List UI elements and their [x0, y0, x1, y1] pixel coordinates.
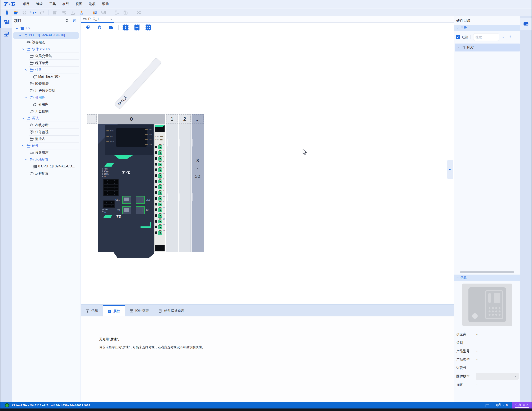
device-canvas[interactable]: CPU_1 012... RUNINFERR GE1GE2GE3GE4	[81, 32, 454, 304]
chevron-down-icon[interactable]	[15, 27, 19, 30]
fit-vertical-button[interactable]	[123, 25, 128, 30]
hardware-catalog-tab[interactable]	[520, 18, 532, 30]
tree-item-8[interactable]: IO映射表	[12, 80, 80, 87]
chevron-down-icon[interactable]	[18, 33, 22, 37]
menu-2[interactable]: 编辑	[33, 2, 46, 6]
device-configuration-button[interactable]	[91, 10, 98, 16]
caret-down-icon[interactable]	[35, 12, 37, 13]
download-to-device-button[interactable]	[69, 10, 76, 16]
slot-2-empty-bay[interactable]	[179, 124, 191, 252]
tree-item-19[interactable]: 本地配置	[12, 156, 80, 163]
window-bottom-edge	[0, 409, 532, 411]
tree-item-1[interactable]: PLC_1[T324-XE-CD-10]	[12, 32, 80, 39]
chevron-down-icon[interactable]	[21, 116, 25, 120]
chevron-right-icon[interactable]	[456, 46, 460, 49]
chevron-down-icon[interactable]	[24, 158, 28, 162]
tree-item-17[interactable]: 硬件	[12, 143, 80, 149]
tag-labels-button[interactable]	[85, 25, 90, 30]
slot-1-empty-bay[interactable]	[166, 124, 178, 252]
menu-3[interactable]: 工具	[46, 2, 59, 6]
module-import-button[interactable]	[113, 10, 120, 16]
undo-button[interactable]	[30, 10, 37, 16]
slot-more-header[interactable]: ...	[191, 114, 204, 124]
catalog-item-plc[interactable]: PLC	[455, 44, 520, 51]
sort-icon[interactable]	[72, 18, 78, 24]
collapse-panel-handle[interactable]: «	[447, 160, 453, 179]
info-field-2: 类别-	[456, 339, 519, 347]
redo-button[interactable]	[38, 10, 46, 16]
rack: 012... RUNINFERR GE1GE2GE3GE4	[87, 114, 206, 261]
slot-0-header[interactable]: 0	[98, 114, 165, 124]
simulation-counter[interactable]: 仿真 × 0	[512, 402, 532, 409]
menu-1[interactable]: 项目	[20, 2, 33, 6]
catalog-section-header[interactable]: 目录	[454, 25, 520, 31]
device-tag-cpu1[interactable]: CPU_1	[114, 58, 162, 109]
tree-item-6[interactable]: 任务	[12, 67, 80, 73]
new-project-button[interactable]	[3, 10, 10, 16]
menu-5[interactable]: 视图	[72, 2, 86, 6]
bottom-tab-1[interactable]: 信息	[81, 305, 103, 316]
slot-1-header[interactable]: 1	[166, 114, 178, 124]
menu-4[interactable]: 在线	[59, 2, 72, 6]
pan-hand-button[interactable]	[97, 25, 102, 30]
tree-item-16[interactable]: 监控表	[12, 136, 80, 143]
bottom-tab-4[interactable]: 硬件IO通道表	[153, 305, 189, 316]
tree-item-15[interactable]: 任务监视	[12, 129, 80, 136]
online-device-counter[interactable]: × 0	[495, 402, 508, 408]
tree-item-14[interactable]: 在线诊断	[12, 122, 80, 129]
hand-icon	[97, 25, 102, 30]
tree-item-3[interactable]: 软件 <STD>	[12, 46, 80, 53]
chevron-down-icon[interactable]	[24, 96, 28, 99]
catalog-search-input[interactable]	[473, 33, 499, 41]
upload-from-device-button[interactable]	[78, 10, 85, 16]
network-view-tab[interactable]	[0, 28, 12, 40]
bottom-tab-3[interactable]: IO冲突表	[125, 305, 153, 316]
filter-checkbox[interactable]	[456, 35, 460, 39]
slot-2-header[interactable]: 2	[179, 114, 191, 124]
online-devices-button[interactable]	[100, 10, 107, 16]
cpu-module[interactable]: RUNINFERR GE1GE2GE3GE4	[98, 124, 154, 258]
chevron-down-icon[interactable]	[21, 47, 25, 51]
window-icon[interactable]	[485, 403, 490, 408]
tree-item-11[interactable]: 引用库	[12, 101, 80, 108]
tree-item-0[interactable]: TS	[12, 25, 80, 32]
tree-item-12[interactable]: 工艺控制	[12, 108, 80, 115]
module-copy-button[interactable]	[122, 10, 129, 16]
tree-item-9[interactable]: 用户数据类型	[12, 87, 80, 94]
tab-plc-1[interactable]: PLC_1 ×	[81, 16, 114, 23]
fit-window-button[interactable]	[146, 25, 151, 30]
collapse-all-icon[interactable]	[508, 34, 513, 40]
menu-6[interactable]: 选项	[86, 2, 99, 6]
slots-3-32-bay[interactable]: 3-32	[191, 124, 204, 252]
net-node-icon	[3, 31, 10, 37]
compare-button[interactable]	[135, 10, 142, 16]
tree-item-18[interactable]: 设备组态	[12, 149, 80, 156]
tree-item-13[interactable]: 调试	[12, 115, 80, 122]
expand-all-icon[interactable]	[501, 34, 506, 40]
slot-empty-header[interactable]	[87, 114, 97, 124]
tree-item-7[interactable]: MainTask<30>	[12, 73, 80, 80]
menu-7[interactable]: 帮助	[99, 2, 112, 6]
info-section-header[interactable]: 信息	[454, 274, 520, 281]
tree-item-4[interactable]: 全局变量集	[12, 53, 80, 60]
save-button[interactable]	[21, 10, 28, 16]
bottom-tab-2[interactable]: 属性	[103, 305, 125, 316]
statistics-button[interactable]	[108, 25, 114, 30]
tree-item-21[interactable]: 远程配置	[12, 170, 80, 177]
tree-item-2[interactable]: 设备组态	[12, 39, 80, 46]
tree-item-10[interactable]: 引用库	[12, 94, 80, 101]
chevron-down-icon[interactable]	[24, 68, 28, 72]
chevron-down-icon[interactable]	[21, 144, 25, 148]
project-view-tab[interactable]	[0, 16, 12, 28]
compile-button[interactable]	[52, 10, 59, 16]
io-terminal-strip[interactable]: PWRERR 12345678910111213141516	[154, 124, 165, 252]
tree-item-20[interactable]: 0 CPU_1[T324-XE-CD…	[12, 163, 80, 170]
search-icon[interactable]	[64, 18, 70, 24]
clean-button[interactable]	[60, 10, 67, 16]
open-project-button[interactable]	[12, 10, 19, 16]
firmware-version-select[interactable]	[476, 373, 519, 380]
tab-close-icon[interactable]: ×	[110, 17, 112, 21]
horizontal-scrollbar[interactable]	[460, 271, 514, 273]
tree-item-5[interactable]: 程序单元	[12, 60, 80, 67]
fit-horizontal-button[interactable]	[134, 25, 140, 30]
